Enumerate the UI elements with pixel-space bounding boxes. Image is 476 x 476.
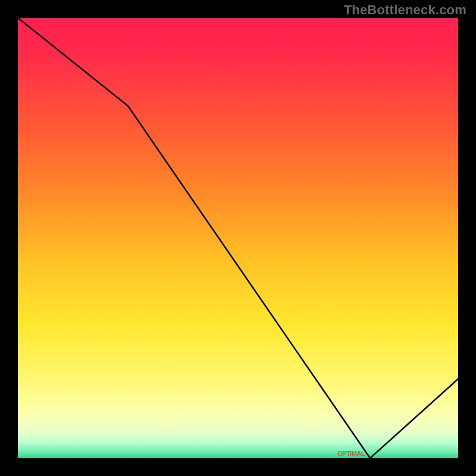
watermark-text: TheBottleneck.com <box>344 2 466 18</box>
optimal-marker-label: OPTIMAL <box>337 450 365 457</box>
chart-curve <box>18 18 458 458</box>
bottleneck-curve-path <box>18 18 458 458</box>
chart-plot-area: OPTIMAL <box>18 18 458 458</box>
